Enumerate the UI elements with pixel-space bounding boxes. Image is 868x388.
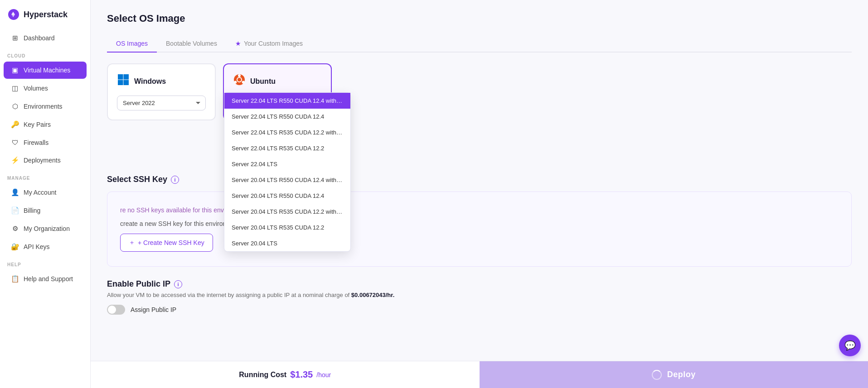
dropdown-option-1[interactable]: Server 22.04 LTS R550 CUDA 12.4 bbox=[224, 109, 350, 125]
sidebar-item-environments[interactable]: ⬡ Environments bbox=[4, 98, 87, 115]
deployments-icon: ⚡ bbox=[11, 156, 19, 164]
assign-public-ip-toggle[interactable] bbox=[107, 305, 125, 315]
chat-icon: 💬 bbox=[844, 340, 856, 351]
sidebar-item-label: My Organization bbox=[24, 225, 70, 232]
ssh-key-section: Select SSH Key i re no SSH keys availabl… bbox=[107, 175, 852, 267]
bottom-bar: Running Cost $1.35 /hour Deploy bbox=[91, 361, 868, 388]
sidebar-item-virtual-machines[interactable]: ▣ Virtual Machines bbox=[4, 62, 87, 79]
windows-version-select[interactable]: Server 2022 Server 2019 bbox=[117, 96, 206, 110]
firewall-icon: 🛡 bbox=[11, 139, 19, 146]
sidebar-item-label: Key Pairs bbox=[24, 121, 51, 128]
manage-section-label: MANAGE bbox=[0, 169, 90, 183]
chat-button[interactable]: 💬 bbox=[839, 335, 861, 356]
sidebar-item-label: Billing bbox=[24, 207, 40, 214]
help-icon: 📋 bbox=[11, 275, 19, 283]
key-icon: 🔑 bbox=[11, 120, 19, 129]
help-section-label: HELP bbox=[0, 256, 90, 270]
enable-ip-title: Enable Public IP i bbox=[107, 279, 852, 289]
ssh-section-title: Select SSH Key i bbox=[107, 175, 852, 184]
sidebar-item-label: Virtual Machines bbox=[24, 67, 70, 74]
sidebar-item-label: Dashboard bbox=[24, 34, 55, 42]
windows-icon bbox=[117, 73, 130, 89]
sidebar-item-volumes[interactable]: ◫ Volumes bbox=[4, 80, 87, 97]
ssh-empty-box: re no SSH keys available for this enviro… bbox=[107, 192, 852, 267]
create-ssh-plus-icon: ＋ bbox=[129, 239, 135, 247]
assign-public-ip-row: Assign Public IP bbox=[107, 305, 852, 315]
os-card-ubuntu[interactable]: Ubuntu Server 22.04 LTS R550 CUDA 12 Ser… bbox=[223, 63, 332, 120]
sidebar-item-label: API Keys bbox=[24, 243, 50, 250]
toggle-knob bbox=[108, 306, 116, 314]
sidebar-item-api-keys[interactable]: 🔐 API Keys bbox=[4, 238, 87, 255]
ubuntu-card-name: Ubuntu bbox=[250, 77, 276, 86]
sidebar-item-my-account[interactable]: 👤 My Account bbox=[4, 184, 87, 201]
ssh-info-icon[interactable]: i bbox=[171, 176, 179, 184]
dropdown-option-9[interactable]: Server 20.04 LTS bbox=[224, 235, 350, 251]
enable-ip-description: Allow your VM to be accessed via the int… bbox=[107, 292, 852, 298]
sidebar-item-label: My Account bbox=[24, 189, 56, 196]
sidebar-item-label: Deployments bbox=[24, 157, 61, 164]
cloud-section-label: CLOUD bbox=[0, 47, 90, 61]
tab-custom-images-label: Your Custom Images bbox=[244, 40, 303, 47]
sidebar: Hyperstack ⊞ Dashboard CLOUD ▣ Virtual M… bbox=[0, 0, 91, 388]
ubuntu-version-dropdown: Server 22.04 LTS R550 CUDA 12.4 with Doc… bbox=[224, 92, 351, 252]
tab-bootable-volumes-label: Bootable Volumes bbox=[166, 40, 217, 47]
os-cards-container: Windows Server 2022 Server 2019 bbox=[107, 63, 852, 120]
svg-point-5 bbox=[238, 74, 241, 77]
create-ssh-button[interactable]: ＋ + Create New SSH Key bbox=[120, 234, 213, 252]
sidebar-item-dashboard[interactable]: ⊞ Dashboard bbox=[4, 29, 87, 47]
windows-card-name: Windows bbox=[134, 77, 166, 86]
dropdown-option-8[interactable]: Server 20.04 LTS R535 CUDA 12.2 bbox=[224, 220, 350, 235]
sidebar-item-billing[interactable]: 📄 Billing bbox=[4, 202, 87, 219]
org-icon: ⚙ bbox=[11, 225, 19, 233]
environments-icon: ⬡ bbox=[11, 102, 19, 110]
running-cost-label: Running Cost bbox=[239, 371, 286, 379]
running-cost-period: /hour bbox=[316, 371, 331, 378]
sidebar-item-help-and-support[interactable]: 📋 Help and Support bbox=[4, 270, 87, 287]
enable-ip-info-icon[interactable]: i bbox=[174, 280, 182, 288]
sidebar-item-key-pairs[interactable]: 🔑 Key Pairs bbox=[4, 116, 87, 133]
sidebar-item-label: Environments bbox=[24, 103, 63, 110]
main-content: Select OS Image OS Images Bootable Volum… bbox=[91, 0, 868, 388]
logo-icon bbox=[7, 8, 20, 21]
os-card-windows[interactable]: Windows Server 2022 Server 2019 bbox=[107, 63, 216, 120]
enable-public-ip-section: Enable Public IP i Allow your VM to be a… bbox=[107, 279, 852, 315]
dropdown-option-0[interactable]: Server 22.04 LTS R550 CUDA 12.4 with Doc… bbox=[224, 93, 350, 109]
app-name: Hyperstack bbox=[24, 10, 68, 19]
dropdown-option-5[interactable]: Server 20.04 LTS R550 CUDA 12.4 with Doc… bbox=[224, 172, 350, 188]
app-logo: Hyperstack bbox=[0, 0, 90, 29]
svg-rect-1 bbox=[124, 74, 129, 80]
vm-icon: ▣ bbox=[11, 66, 19, 74]
assign-public-ip-label: Assign Public IP bbox=[131, 306, 176, 313]
os-image-tabs: OS Images Bootable Volumes ★ Your Custom… bbox=[107, 35, 852, 53]
deploy-button[interactable]: Deploy bbox=[480, 361, 868, 388]
sidebar-item-label: Help and Support bbox=[24, 275, 73, 283]
tab-custom-images[interactable]: ★ Your Custom Images bbox=[226, 35, 312, 53]
svg-rect-3 bbox=[124, 80, 129, 86]
volumes-icon: ◫ bbox=[11, 84, 19, 92]
sidebar-item-my-organization[interactable]: ⚙ My Organization bbox=[4, 220, 87, 237]
svg-rect-2 bbox=[118, 80, 123, 86]
api-keys-icon: 🔐 bbox=[11, 243, 19, 251]
dashboard-icon: ⊞ bbox=[11, 34, 19, 42]
tab-os-images-label: OS Images bbox=[116, 40, 148, 47]
ubuntu-card-header: Ubuntu bbox=[233, 73, 322, 89]
sidebar-item-deployments[interactable]: ⚡ Deployments bbox=[4, 152, 87, 169]
dropdown-option-6[interactable]: Server 20.04 LTS R550 CUDA 12.4 bbox=[224, 188, 350, 204]
deploy-label: Deploy bbox=[667, 370, 696, 379]
account-icon: 👤 bbox=[11, 188, 19, 196]
sidebar-item-firewalls[interactable]: 🛡 Firewalls bbox=[4, 134, 87, 151]
billing-icon: 📄 bbox=[11, 206, 19, 215]
running-cost-value: $1.35 bbox=[290, 369, 313, 380]
dropdown-option-3[interactable]: Server 22.04 LTS R535 CUDA 12.2 bbox=[224, 140, 350, 156]
dropdown-option-2[interactable]: Server 22.04 LTS R535 CUDA 12.2 with Doc… bbox=[224, 125, 350, 140]
dropdown-option-4[interactable]: Server 22.04 LTS bbox=[224, 156, 350, 172]
page-title: Select OS Image bbox=[107, 13, 852, 24]
dropdown-option-7[interactable]: Server 20.04 LTS R535 CUDA 12.2 with Doc… bbox=[224, 204, 350, 220]
sidebar-item-label: Firewalls bbox=[24, 139, 48, 146]
tab-bootable-volumes[interactable]: Bootable Volumes bbox=[157, 35, 226, 53]
tab-os-images[interactable]: OS Images bbox=[107, 35, 157, 53]
deploy-loader-icon bbox=[652, 370, 662, 380]
svg-point-7 bbox=[234, 81, 237, 84]
ubuntu-icon bbox=[233, 73, 246, 89]
star-icon: ★ bbox=[235, 40, 241, 47]
